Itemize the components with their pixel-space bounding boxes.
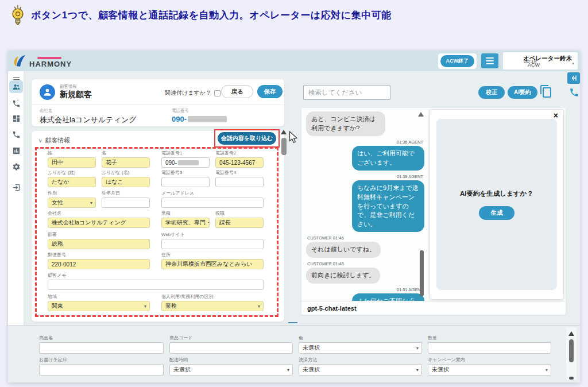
redacted-phone	[188, 116, 227, 122]
phone3-field[interactable]	[161, 177, 210, 187]
back-button[interactable]: 戻る	[221, 85, 253, 98]
chevron-down-icon: ▾	[546, 367, 548, 373]
chat-message: あと、コンビニ決済は利用できますか?	[306, 111, 424, 136]
product-code-field[interactable]	[169, 342, 293, 354]
chat-transcript-panel: あと、コンビニ決済は利用できますか?01:36 AGENTはい、ご利用可能でござ…	[301, 108, 566, 315]
associate-checkbox[interactable]	[214, 90, 220, 96]
save-button[interactable]: 保存	[257, 85, 283, 98]
chevron-down-icon: ▾	[416, 367, 419, 373]
import-conversation-button[interactable]: 会話内容を取り込む	[218, 132, 276, 145]
customer-kicker: 顧客情報	[60, 84, 77, 90]
website-field[interactable]	[161, 239, 264, 249]
scrollbar-thumb[interactable]	[281, 138, 287, 155]
phone-icon[interactable]	[569, 87, 579, 98]
app-window: HARMONY ACW終了 00:19 オペレーター鈴木 ACW ▾	[8, 51, 580, 382]
chat-bubble: あと、コンビニ決済は利用できますか?	[306, 111, 385, 136]
phone-value: 090-	[172, 115, 187, 123]
ai-summary-inner: AI要約を生成しますか？ 生成	[436, 119, 557, 290]
quantity-field[interactable]	[428, 342, 551, 354]
company-name-field[interactable]: 株式会社laコンサルティング	[48, 218, 150, 228]
phone-label: 電話番号	[172, 108, 227, 114]
settings-gear-icon[interactable]	[10, 161, 22, 172]
collapse-panel-icon[interactable]	[567, 72, 580, 84]
avatar	[40, 84, 55, 100]
chat-bubble: ちなみに9月末まで送料無料キャンペーンを行っていますので、是非ご利用ください。	[352, 180, 424, 232]
phone4-field[interactable]	[215, 177, 264, 187]
gender-select[interactable]: 女性▾	[48, 198, 96, 208]
lightbulb-icon	[9, 3, 26, 26]
scrollbar-thumb[interactable]	[569, 339, 574, 362]
section-header[interactable]: ∨顧客情報	[38, 136, 71, 145]
operator-status: ACW	[528, 62, 540, 68]
acw-chip: ACW終了	[438, 53, 477, 69]
chat-message: 01:36 AGENTはい、ご利用可能でございます。	[306, 138, 424, 171]
scroll-up-arrow[interactable]	[281, 130, 287, 134]
company-value: 株式会社laコンサルティング	[40, 115, 137, 125]
chat-message: 01:39 AGENTちなみに9月末まで送料無料キャンペーンを行っていますので、…	[306, 172, 424, 232]
model-label: gpt-5-chat-latest	[307, 305, 357, 312]
product-name-field[interactable]	[39, 342, 164, 354]
sidebar-item-redial[interactable]	[10, 129, 22, 140]
chat-scroll-up-arrow[interactable]	[418, 112, 424, 117]
ai-summary-button[interactable]: AI要約	[508, 86, 537, 99]
banner-text: ボタン1つで、顧客情報と通話記録を自動入力。オペレーターは応対に集中可能	[31, 9, 392, 22]
acw-end-button[interactable]: ACW終了	[440, 55, 475, 67]
close-icon[interactable]: ×	[554, 111, 558, 120]
last-name-field[interactable]: 田中	[48, 157, 96, 168]
chat-message-list: あと、コンビニ決済は利用できますか?01:36 AGENTはい、ご利用可能でござ…	[301, 108, 429, 301]
color-select[interactable]: 未選択▾	[299, 342, 422, 354]
region-select[interactable]: 関東▾	[48, 301, 150, 311]
operator-box: 00:19 オペレーター鈴木 ACW ▾	[503, 52, 578, 69]
delivery-date-field[interactable]	[39, 364, 164, 376]
postal-code-field[interactable]: 220-0012	[48, 259, 150, 269]
sidebar-item-customers[interactable]	[9, 80, 23, 93]
generate-button[interactable]: 生成	[479, 206, 514, 220]
scroll-up-arrow[interactable]	[568, 331, 574, 336]
company-label: 会社名	[40, 108, 137, 114]
associate-label: 関連付けますか？	[165, 89, 211, 97]
delivery-time-select[interactable]: 未選択▾	[169, 364, 293, 376]
mouse-cursor	[289, 131, 298, 144]
chevron-down-icon: ▾	[144, 304, 146, 309]
chat-message-meta: 01:36 AGENT	[397, 140, 423, 145]
chat-scrollbar-thumb[interactable]	[420, 250, 424, 296]
copy-icon[interactable]	[539, 84, 553, 98]
sidebar-item-call-history[interactable]	[10, 98, 22, 109]
customer-form-card: ∨顧客情報 会話内容を取り込む 姓田中 名花子 電話番号1090- 電話番号20…	[32, 131, 284, 322]
job-title-field[interactable]: 課長	[215, 218, 264, 228]
chevron-down-icon[interactable]: ▾	[572, 61, 574, 66]
sidebar-item-reports[interactable]	[10, 145, 22, 156]
menu-button[interactable]	[481, 53, 498, 68]
order-panel: 商品名 商品コード 色未選択▾ 数量 お届け予定日 配送時間未選択▾ 決済方法未…	[8, 326, 580, 382]
sidebar-item-dashboard[interactable]	[10, 113, 22, 124]
search-input[interactable]	[303, 85, 390, 100]
industry-field[interactable]: 学術研究、専門・技術	[161, 218, 210, 228]
chat-message: 01:51 AGENTまた何かご不明な点がございましたら、お気軽にお電話ください…	[306, 285, 424, 301]
address-field[interactable]: 神奈川県横浜市西区みなとみらい	[161, 259, 264, 269]
usage-type-select[interactable]: 業務▾	[161, 301, 264, 311]
furigana-last-field[interactable]: たなか	[48, 177, 96, 187]
proofread-button[interactable]: 校正	[478, 86, 505, 99]
banner: ボタン1つで、顧客情報と通話記録を自動入力。オペレーターは応対に集中可能	[9, 3, 392, 26]
birthdate-field[interactable]	[102, 198, 150, 208]
ai-summary-card: × AI要約を生成しますか？ 生成	[430, 109, 564, 300]
customer-memo-field[interactable]	[48, 280, 264, 290]
furigana-first-field[interactable]: はなこ	[102, 177, 150, 187]
first-name-field[interactable]: 花子	[102, 157, 150, 168]
campaign-select[interactable]: 未選択▾	[428, 364, 551, 376]
app-header: HARMONY ACW終了 00:19 オペレーター鈴木 ACW ▾	[8, 51, 580, 71]
logout-icon[interactable]	[10, 181, 22, 193]
chevron-down-icon: ▾	[287, 367, 289, 373]
department-field[interactable]: 総務	[48, 239, 150, 249]
chevron-down-icon: ▾	[258, 304, 260, 309]
phone2-field[interactable]: 045-123-4567	[215, 157, 264, 168]
chat-bubble: また何かご不明な点がございましたら、お気軽にお電話ください。	[352, 293, 424, 301]
email-field[interactable]	[161, 198, 264, 208]
ai-summary-prompt: AI要約を生成しますか？	[460, 189, 533, 198]
scroll-down-arrow[interactable]	[569, 377, 574, 380]
phone1-field[interactable]: 090-	[161, 157, 210, 168]
payment-method-select[interactable]: 未選択▾	[299, 364, 422, 376]
page-title: 新規顧客	[60, 90, 92, 100]
chat-bubble: はい、ご利用可能でございます。	[352, 146, 424, 171]
chat-message: CUSTOMER 01:48前向きに検討します。	[306, 260, 424, 284]
